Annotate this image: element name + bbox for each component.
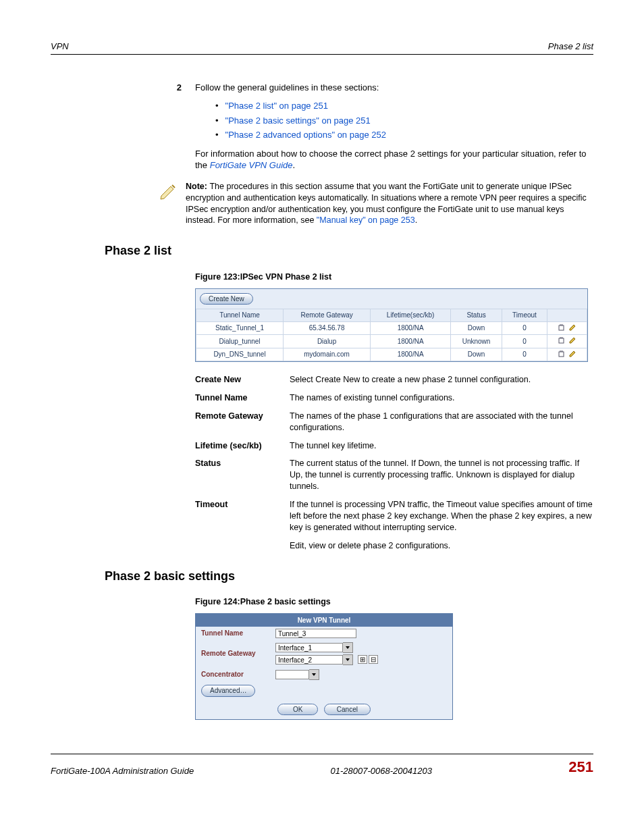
def-desc: The current status of the tunnel. If Dow…: [290, 458, 593, 492]
svg-rect-0: [559, 325, 564, 330]
chevron-down-icon[interactable]: [343, 642, 353, 653]
remove-gateway-button[interactable]: ⊟: [369, 655, 378, 664]
page-footer: FortiGate-100A Administration Guide 01-2…: [51, 754, 593, 777]
figure-123-caption: Figure 123:IPSec VPN Phase 2 list: [195, 271, 593, 283]
form-title: New VPN Tunnel: [196, 614, 452, 627]
note-body2: .: [415, 215, 417, 225]
col-remote-gateway: Remote Gateway: [284, 309, 371, 322]
phase2-list-grid: Create New Tunnel Name Remote Gateway Li…: [195, 288, 588, 363]
edit-icon[interactable]: [569, 336, 576, 344]
footer-mid: 01-28007-0068-20041203: [331, 765, 432, 777]
page-number: 251: [568, 757, 593, 777]
def-term: [195, 540, 290, 552]
chevron-down-icon[interactable]: [343, 654, 353, 665]
delete-icon[interactable]: [558, 323, 565, 331]
new-vpn-tunnel-form: New VPN Tunnel Tunnel Name Remote Gatewa…: [195, 613, 453, 721]
delete-icon[interactable]: [558, 336, 565, 344]
grid-toolbar: Create New: [196, 289, 587, 309]
def-term: Create New: [195, 374, 290, 386]
col-status: Status: [451, 309, 502, 322]
table-row: Dyn_DNS_tunnel mydomain.com 1800/NA Down…: [196, 348, 587, 361]
ok-button[interactable]: OK: [277, 704, 318, 716]
note-icon: [152, 181, 186, 227]
advanced-button[interactable]: Advanced…: [201, 685, 255, 697]
svg-rect-2: [559, 338, 564, 343]
def-desc: Edit, view or delete phase 2 configurati…: [290, 540, 593, 552]
def-term: Status: [195, 458, 290, 492]
label-tunnel-name: Tunnel Name: [201, 629, 275, 638]
footer-left: FortiGate-100A Administration Guide: [51, 765, 194, 777]
tunnel-name-input[interactable]: [275, 629, 356, 638]
def-desc: The names of existing tunnel configurati…: [290, 392, 593, 404]
col-lifetime: Lifetime(sec/kb): [371, 309, 451, 322]
link-phase2-list[interactable]: "Phase 2 list" on page 251: [225, 101, 328, 111]
header-left: VPN: [51, 41, 69, 53]
def-desc: If the tunnel is processing VPN traffic,…: [290, 499, 593, 533]
heading-phase2-basic: Phase 2 basic settings: [105, 568, 593, 584]
step-links-list: "Phase 2 list" on page 251 "Phase 2 basi…: [215, 100, 593, 141]
table-header-row: Tunnel Name Remote Gateway Lifetime(sec/…: [196, 309, 587, 322]
step-intro: Follow the general guidelines in these s…: [195, 82, 593, 94]
def-term: Tunnel Name: [195, 392, 290, 404]
def-desc: The tunnel key lifetime.: [290, 440, 593, 452]
def-desc: The names of the phase 1 configurations …: [290, 411, 593, 434]
phase2-table: Tunnel Name Remote Gateway Lifetime(sec/…: [196, 309, 587, 361]
def-desc: Select Create New to create a new phase …: [290, 374, 593, 386]
page-header: VPN Phase 2 list: [51, 41, 593, 55]
col-timeout: Timeout: [502, 309, 547, 322]
link-manual-key[interactable]: "Manual key" on page 253: [317, 215, 415, 225]
link-vpn-guide[interactable]: FortiGate VPN Guide: [210, 160, 293, 170]
create-new-button[interactable]: Create New: [200, 293, 253, 305]
col-actions: [547, 309, 587, 322]
remote-gateway-select-2[interactable]: [275, 654, 353, 665]
step-2: 2 Follow the general guidelines in these…: [159, 82, 593, 172]
edit-icon[interactable]: [569, 350, 576, 357]
edit-icon[interactable]: [569, 323, 576, 331]
remote-gateway-select-1[interactable]: [275, 642, 353, 653]
table-row: Static_Tunnel_1 65.34.56.78 1800/NA Down…: [196, 321, 587, 335]
step-after: For information about how to choose the …: [195, 148, 593, 172]
note-block: Note: The procedures in this section ass…: [152, 181, 593, 227]
heading-phase2-list: Phase 2 list: [105, 242, 593, 259]
svg-rect-4: [559, 352, 564, 357]
def-term: Remote Gateway: [195, 411, 290, 434]
col-tunnel-name: Tunnel Name: [196, 309, 284, 322]
table-row: Dialup_tunnel Dialup 1800/NA Unknown 0: [196, 335, 587, 348]
link-phase2-advanced[interactable]: "Phase 2 advanced options" on page 252: [225, 130, 386, 140]
def-term: Timeout: [195, 499, 290, 533]
label-remote-gateway: Remote Gateway: [201, 649, 275, 658]
figure-124-caption: Figure 124:Phase 2 basic settings: [195, 596, 593, 608]
delete-icon[interactable]: [558, 350, 565, 357]
note-lead: Note:: [186, 182, 209, 191]
add-gateway-button[interactable]: ⊞: [358, 655, 367, 664]
step-number: 2: [159, 82, 195, 172]
label-concentrator: Concentrator: [201, 670, 275, 679]
definitions-list: Create NewSelect Create New to create a …: [195, 374, 593, 552]
link-phase2-basic[interactable]: "Phase 2 basic settings" on page 251: [225, 115, 371, 126]
def-term: Lifetime (sec/kb): [195, 440, 290, 452]
concentrator-select[interactable]: [275, 669, 319, 680]
cancel-button[interactable]: Cancel: [324, 704, 371, 716]
chevron-down-icon[interactable]: [309, 669, 319, 680]
header-right: Phase 2 list: [548, 41, 593, 53]
